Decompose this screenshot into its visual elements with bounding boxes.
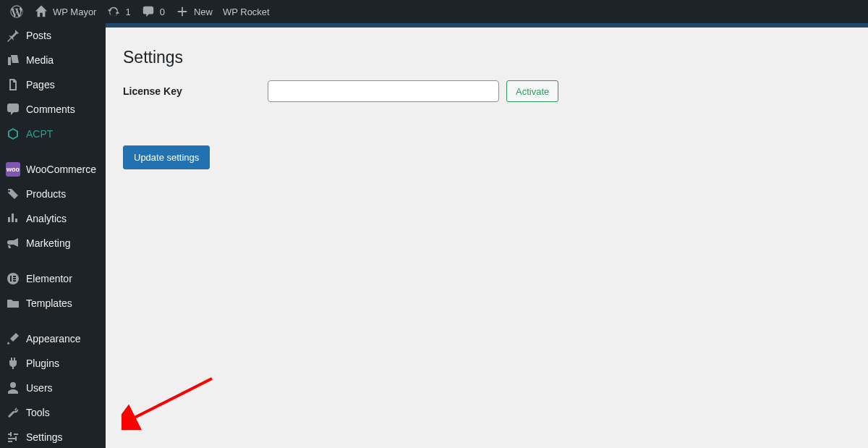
sidebar-item-products[interactable]: Products <box>0 182 106 206</box>
sidebar-item-label: Analytics <box>26 213 67 224</box>
elementor-icon <box>6 271 20 286</box>
user-icon <box>6 381 20 395</box>
sidebar-item-posts[interactable]: Posts <box>0 23 106 48</box>
sidebar-item-comments[interactable]: Comments <box>0 97 106 122</box>
sidebar-item-label: Tools <box>26 407 50 418</box>
sidebar-item-acpt[interactable]: ACPT <box>0 122 106 146</box>
analytics-icon <box>6 211 20 226</box>
sidebar-item-label: Media <box>26 54 54 66</box>
menu-separator <box>0 319 106 323</box>
svg-rect-2 <box>13 276 16 277</box>
license-key-input[interactable] <box>268 80 499 102</box>
comments-count: 0 <box>160 7 165 17</box>
sidebar-item-label: Settings <box>26 431 63 443</box>
new-label: New <box>194 7 213 17</box>
sidebar-item-settings[interactable]: Settings <box>0 425 106 448</box>
plus-icon <box>175 4 190 19</box>
wrench-icon <box>6 405 20 420</box>
wp-rocket-label: WP Rocket <box>223 7 270 17</box>
pages-icon <box>6 77 20 92</box>
folder-icon <box>6 296 20 310</box>
sidebar-item-label: Marketing <box>26 237 70 249</box>
site-name[interactable]: WP Mayor <box>29 0 101 23</box>
sidebar-item-label: Products <box>26 188 66 200</box>
cube-icon <box>6 127 20 141</box>
sidebar-item-label: Templates <box>26 297 72 309</box>
sliders-icon <box>6 430 20 444</box>
menu-separator <box>0 150 106 153</box>
license-key-row: License Key Activate <box>123 80 851 102</box>
updates-count: 1 <box>125 7 130 17</box>
brush-icon <box>6 331 20 346</box>
sidebar-item-label: ACPT <box>26 128 53 140</box>
page-title: Settings <box>123 35 851 80</box>
megaphone-icon <box>6 236 20 250</box>
svg-rect-4 <box>13 280 16 282</box>
admin-sidebar: Posts Media Pages Comments ACPT woo WooC… <box>0 23 106 448</box>
sidebar-item-pages[interactable]: Pages <box>0 72 106 97</box>
wp-rocket[interactable]: WP Rocket <box>218 0 275 23</box>
sidebar-item-label: Plugins <box>26 358 59 369</box>
home-icon <box>34 4 48 19</box>
sidebar-item-elementor[interactable]: Elementor <box>0 266 106 291</box>
sidebar-item-tools[interactable]: Tools <box>0 400 106 425</box>
sidebar-item-label: Users <box>26 382 53 394</box>
sidebar-item-plugins[interactable]: Plugins <box>0 351 106 376</box>
updates[interactable]: 1 <box>101 0 135 23</box>
media-icon <box>6 53 20 67</box>
woo-icon: woo <box>6 162 20 177</box>
activate-button[interactable]: Activate <box>506 80 558 102</box>
license-key-label: License Key <box>123 85 268 97</box>
sidebar-item-appearance[interactable]: Appearance <box>0 326 106 351</box>
update-icon <box>106 4 121 19</box>
site-name-label: WP Mayor <box>53 7 96 17</box>
sidebar-item-label: Elementor <box>26 273 72 284</box>
sidebar-item-label: WooCommerce <box>26 164 96 175</box>
product-icon <box>6 187 20 201</box>
main-content: Settings License Key Activate Update set… <box>106 23 868 448</box>
pin-icon <box>6 28 20 43</box>
svg-rect-1 <box>10 276 12 282</box>
sidebar-item-marketing[interactable]: Marketing <box>0 231 106 255</box>
sidebar-item-label: Appearance <box>26 333 81 345</box>
menu-separator <box>0 259 106 263</box>
plug-icon <box>6 356 20 371</box>
sidebar-item-label: Comments <box>26 103 75 115</box>
sidebar-item-users[interactable]: Users <box>0 376 106 400</box>
admin-toolbar: WP Mayor 1 0 New WP Rocket <box>0 0 868 23</box>
comments[interactable]: 0 <box>136 0 170 23</box>
sidebar-item-media[interactable]: Media <box>0 48 106 72</box>
svg-rect-3 <box>13 278 16 279</box>
sidebar-item-woocommerce[interactable]: woo WooCommerce <box>0 157 106 182</box>
comment-icon <box>6 102 20 117</box>
sidebar-item-templates[interactable]: Templates <box>0 291 106 316</box>
wp-logo[interactable] <box>4 0 29 23</box>
sidebar-item-analytics[interactable]: Analytics <box>0 206 106 231</box>
wordpress-icon <box>9 4 24 19</box>
new-content[interactable]: New <box>170 0 218 23</box>
sidebar-item-label: Pages <box>26 79 55 90</box>
update-settings-button[interactable]: Update settings <box>123 145 210 169</box>
comment-icon <box>141 4 156 19</box>
sidebar-item-label: Posts <box>26 30 51 41</box>
